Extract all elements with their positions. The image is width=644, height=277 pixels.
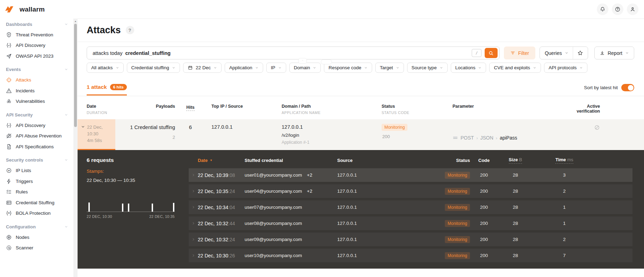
sidebar-item[interactable]: Attacks (0, 75, 73, 86)
request-row[interactable]: 22 Dec, 10:32:44 user08@yourcompany.com … (189, 216, 632, 230)
filter-chip[interactable]: IP (266, 63, 286, 73)
sidebar-item[interactable]: Threat Prevention (0, 29, 73, 40)
request-source[interactable]: 127.0.0.1 (337, 221, 433, 226)
param-type: JSON (480, 135, 493, 141)
sidebar-item[interactable]: IP Lists (0, 165, 73, 176)
request-code: 200 (470, 189, 498, 194)
filter-chip[interactable]: API protocols (544, 63, 587, 73)
sidebar-item[interactable]: OWASP API 2023 (0, 51, 73, 62)
sidebar-item[interactable]: BOLA Protection (0, 208, 73, 219)
request-source[interactable]: 127.0.0.1 (337, 172, 433, 178)
sidebar-section-header[interactable]: API Security (0, 109, 73, 120)
sidebar-section: Security controls IP Lists Triggers (0, 155, 73, 219)
request-code: 200 (470, 172, 498, 178)
attack-parameter: POST › JSON › apiPass (439, 119, 545, 150)
sidebar-item[interactable]: Credential Stuffing (0, 197, 73, 208)
topbar-icon-button[interactable] (612, 3, 623, 15)
filter-chip[interactable]: Domain (289, 63, 321, 73)
filter-chip[interactable]: Application (225, 63, 263, 73)
expand-row-control[interactable] (189, 254, 198, 257)
col-date-sorted[interactable]: Date▼ (198, 158, 245, 163)
search-query-part2: credential_stuffing (125, 50, 171, 56)
topbar-icon-button[interactable] (597, 3, 608, 15)
expand-row-control[interactable] (189, 173, 198, 177)
request-row[interactable]: 22 Dec, 10:39:08 user01@yourcompany.com+… (189, 168, 632, 182)
request-row[interactable]: 22 Dec, 10:30:26 user10@yourcompany.com … (189, 249, 632, 262)
report-button[interactable]: Report (594, 47, 634, 59)
sidebar-item[interactable]: API Discovery (0, 120, 73, 131)
request-source[interactable]: 127.0.0.1 (337, 189, 433, 194)
filter-chip[interactable]: CVE and exploits (489, 63, 541, 73)
search-input[interactable]: attacks today credential_stuffing / (87, 47, 500, 59)
col-time-sortable[interactable]: Time ms (533, 157, 596, 164)
expand-row-control[interactable] (189, 189, 198, 193)
filter-chip[interactable]: Credential stuffing (127, 63, 180, 73)
page-help-icon[interactable]: ? (126, 26, 134, 34)
filter-chip[interactable]: 22 Dec (183, 63, 222, 73)
attack-detail-panel: 6 requests Stamps: 22 Dec, 10:30 — 10:35… (78, 150, 644, 269)
request-code: 200 (470, 237, 498, 242)
queries-button[interactable]: Queries (540, 47, 573, 59)
topbar-icon-button[interactable] (627, 3, 638, 15)
filter-chip[interactable]: Target (375, 63, 404, 73)
attack-path[interactable]: /v2/login (282, 133, 377, 138)
request-source[interactable]: 127.0.0.1 (337, 237, 433, 242)
timeline-tick (152, 204, 153, 212)
parameter-lines-icon (453, 135, 458, 141)
attacks-count-tab[interactable]: 1 attack 6 hits (87, 84, 127, 95)
search-query[interactable]: attacks today credential_stuffing (93, 50, 469, 56)
sidebar-section-header[interactable]: Configuration (0, 221, 73, 232)
filter-button[interactable]: Filter (504, 47, 535, 59)
request-seconds: :24 (228, 237, 235, 242)
favorite-star-button[interactable] (573, 47, 588, 59)
chevron-down-icon (278, 66, 282, 70)
ui-artifact (321, 60, 332, 64)
search-button[interactable] (485, 48, 498, 58)
vertical-scrollbar[interactable]: ▲ (73, 19, 78, 277)
chevron-down-icon (579, 66, 583, 70)
chevron-down-icon (64, 68, 68, 71)
time-range: 22 Dec, 10:30 — 10:35 (87, 178, 189, 183)
scrollbar-thumb[interactable] (74, 24, 77, 127)
attack-top-ip[interactable]: 127.0.0.1 (204, 119, 276, 150)
sidebar-item[interactable]: Triggers (0, 176, 73, 187)
attack-domain[interactable]: 127.0.0.1 (282, 119, 377, 130)
scrollbar-up-arrow[interactable]: ▲ (73, 20, 78, 22)
chevron-down-icon (116, 66, 119, 70)
filter-chip-label: Response code (328, 65, 361, 70)
filter-chip[interactable]: Source type (407, 63, 448, 73)
request-source[interactable]: 127.0.0.1 (337, 253, 433, 258)
attack-date-cell[interactable]: 22 Dec, 10:30 4m 58s (78, 119, 115, 150)
sidebar-item[interactable]: Nodes (0, 232, 73, 243)
request-row[interactable]: 22 Dec, 10:32:24 user09@yourcompany.com … (189, 233, 632, 246)
sidebar-item[interactable]: Rules (0, 187, 73, 198)
request-row[interactable]: 22 Dec, 10:34:04 user07@yourcompany.com … (189, 200, 632, 214)
attack-hits: 6 (176, 119, 204, 150)
sidebar-section-header[interactable]: Dashboards (0, 19, 73, 29)
sidebar-item[interactable]: API Specifications (0, 141, 73, 152)
sidebar-item[interactable]: API Abuse Prevention (0, 131, 73, 142)
col-size-sortable[interactable]: Size B (498, 157, 533, 164)
col-hits-sortable[interactable]: Hits (186, 105, 195, 111)
filter-chip[interactable]: Response code (324, 63, 372, 73)
filter-chip[interactable]: Locations (451, 63, 486, 73)
filter-chip[interactable]: All attacks (87, 63, 124, 73)
wallarm-logo[interactable]: wallarm (0, 5, 45, 14)
sidebar-section-header[interactable]: Events (0, 64, 73, 75)
expand-row-control[interactable] (189, 237, 198, 241)
sort-toggle[interactable] (621, 84, 634, 91)
sidebar-item[interactable]: API Discovery (0, 40, 73, 51)
sidebar-item[interactable]: Scanner (0, 243, 73, 254)
sidebar-item[interactable]: Incidents (0, 85, 73, 96)
request-source[interactable]: 127.0.0.1 (337, 205, 433, 210)
stamps-link[interactable]: Stamps: (87, 169, 189, 174)
sidebar-section-header[interactable]: Security controls (0, 155, 73, 165)
attack-row[interactable]: 22 Dec, 10:30 4m 58s 1 Credential stuffi… (78, 119, 644, 150)
request-row[interactable]: 22 Dec, 10:35:24 user04@yourcompany.com+… (189, 184, 632, 198)
sidebar-item[interactable]: Vulnerabilities (0, 96, 73, 107)
sidebar-section: Dashboards Threat Prevention API Discove… (0, 19, 73, 62)
request-date: 22 Dec, 10:32:24 (198, 237, 245, 242)
expand-row-control[interactable] (189, 205, 198, 209)
expand-row-control[interactable] (189, 221, 198, 225)
sidebar-item-icon (6, 88, 12, 94)
